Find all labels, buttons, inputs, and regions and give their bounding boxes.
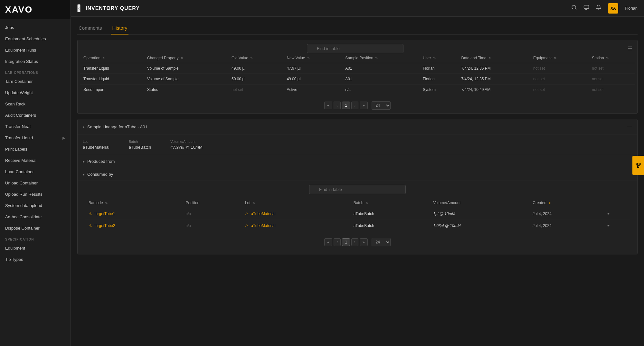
sidebar-item-transfer-liquid[interactable]: Transfer Liquid ▶ — [0, 132, 71, 143]
sidebar-item-scan-rack[interactable]: Scan Rack — [0, 98, 71, 110]
barcode-link[interactable]: targetTube1 — [94, 212, 115, 216]
sub-page-size-select[interactable]: 24 50 100 — [372, 238, 391, 246]
sub-prev-page-button[interactable]: ‹ — [334, 238, 341, 246]
search-icon[interactable] — [571, 5, 577, 12]
cell-changed-property: Volume of Sample — [144, 74, 228, 84]
page-size-select[interactable]: 24 50 100 — [372, 101, 391, 110]
produced-from-row[interactable]: ▸ Produced from — [78, 155, 637, 168]
cell-new-value: 47.97 µl — [283, 63, 342, 74]
table-row[interactable]: Transfer Liquid Volume of Sample 49.00 µ… — [80, 63, 635, 74]
sidebar-item-print-labels[interactable]: Print Labels — [0, 143, 71, 155]
back-button[interactable]: ‹ — [77, 4, 80, 12]
lineage-action-icon[interactable]: ⭑ — [607, 211, 610, 216]
history-search-input[interactable] — [307, 44, 403, 53]
sort-icon-operation: ⇅ — [102, 56, 105, 60]
sidebar-item-dispose-container[interactable]: Dispose Container — [0, 222, 71, 234]
sidebar-item-upload-run-results[interactable]: Upload Run Results — [0, 189, 71, 200]
lineage-side-panel-icon[interactable] — [632, 156, 644, 175]
chevron-right-icon: ▶ — [62, 136, 65, 140]
sidebar-item-system-data-upload[interactable]: System data upload — [0, 200, 71, 211]
list-item[interactable]: ⚠ targetTube2 n/a ⚠ aTubeMaterial aTubeB… — [85, 220, 630, 232]
table-row[interactable]: Seed Import Status not set Active n/a Sy… — [80, 84, 635, 95]
cell-equipment: not set — [530, 63, 589, 74]
last-page-button[interactable]: » — [360, 102, 368, 109]
sidebar-item-unload-container[interactable]: Unload Container — [0, 177, 71, 189]
lineage-title-area: ⭑ Sample Lineage for aTube - A01 — [83, 124, 147, 130]
lot-link[interactable]: aTubeMaterial — [251, 223, 275, 228]
minimize-icon[interactable]: — — [627, 124, 632, 130]
sidebar-item-equipment-schedules[interactable]: Equipment Schedules — [0, 33, 71, 44]
lot-link[interactable]: aTubeMaterial — [251, 212, 275, 216]
sub-col-position[interactable]: Position — [183, 198, 242, 208]
sub-col-batch[interactable]: Batch ⇅ — [350, 198, 430, 208]
lineage-action-icon[interactable]: ⭑ — [607, 223, 610, 228]
sub-page-1-button[interactable]: 1 — [342, 238, 350, 246]
col-equipment[interactable]: Equipment ⇅ — [530, 53, 589, 63]
col-old-value[interactable]: Old Value ⇅ — [228, 53, 283, 63]
sidebar-item-load-container[interactable]: Load Container — [0, 166, 71, 177]
barcode-link[interactable]: targetTube2 — [94, 223, 115, 228]
sub-last-page-button[interactable]: » — [360, 238, 368, 246]
table-row[interactable]: Transfer Liquid Volume of Sample 50.00 µ… — [80, 74, 635, 84]
next-page-button[interactable]: › — [351, 102, 358, 109]
list-item[interactable]: ⚠ targetTube1 n/a ⚠ aTubeMaterial aTubeB… — [85, 208, 630, 220]
bell-icon[interactable] — [596, 5, 601, 12]
sort-icon-batch: ⇅ — [365, 201, 368, 205]
topbar-icons: XA Florian — [571, 3, 638, 14]
sub-col-volume[interactable]: Volume/Amount — [430, 198, 529, 208]
consumed-by-row[interactable]: ▾ Consumed by — [78, 168, 637, 181]
sidebar-item-audit-containers[interactable]: Audit Containers — [0, 110, 71, 121]
batch-value: aTubeBatch — [129, 145, 151, 150]
sidebar-item-adhoc-consolidate[interactable]: Ad-hoc Consolidate — [0, 211, 71, 222]
page-1-button[interactable]: 1 — [342, 102, 350, 109]
sub-next-page-button[interactable]: › — [351, 238, 358, 246]
col-station[interactable]: Station ⇅ — [589, 53, 635, 63]
sidebar-item-integration-status[interactable]: Integration Status — [0, 56, 71, 67]
batch-column: Batch aTubeBatch — [129, 140, 151, 150]
cell-old-value: 50.00 µl — [228, 74, 283, 84]
volume-amount-value: 47.97µl @ 10mM — [170, 145, 203, 150]
table-menu-icon[interactable]: ☰ — [628, 45, 632, 52]
sidebar-item-jobs[interactable]: Jobs — [0, 22, 71, 33]
sort-icon-changed-property: ⇅ — [181, 56, 183, 60]
col-user[interactable]: User ⇅ — [420, 53, 458, 63]
monitor-icon[interactable] — [583, 5, 589, 12]
first-page-button[interactable]: « — [324, 102, 332, 109]
sidebar-item-transfer-neat[interactable]: Transfer Neat — [0, 121, 71, 132]
volume-column: Volume/Amount 47.97µl @ 10mM — [170, 140, 203, 150]
topbar: ‹ INVENTORY QUERY XA Florian — [71, 0, 644, 17]
tab-comments[interactable]: Comments — [77, 22, 103, 35]
app-logo: XAVO — [5, 5, 33, 15]
cell-date-time: 7/4/24, 10:49 AM — [458, 84, 530, 95]
sub-search-input[interactable] — [309, 185, 406, 194]
lineage-panel: ⭑ Sample Lineage for aTube - A01 — Lot a… — [77, 119, 638, 254]
sub-first-page-button[interactable]: « — [324, 238, 332, 246]
consumed-by-label: Consumed by — [87, 172, 113, 177]
lineage-icon: ⭑ — [83, 124, 85, 130]
tab-history[interactable]: History — [111, 22, 129, 35]
sub-cell-barcode: ⚠ targetTube2 — [85, 220, 183, 232]
user-avatar[interactable]: XA — [608, 3, 618, 14]
col-sample-position[interactable]: Sample Position ⇅ — [342, 53, 420, 63]
sidebar-item-equipment[interactable]: Equipment — [0, 242, 71, 254]
sub-col-actions — [604, 198, 630, 208]
sub-cell-batch: aTubeBatch — [350, 220, 430, 232]
col-operation[interactable]: Operation ⇅ — [80, 53, 144, 63]
sub-cell-lot: ⚠ aTubeMaterial — [242, 220, 350, 232]
col-date-time[interactable]: Date and Time ⇅ — [458, 53, 530, 63]
sub-col-lot[interactable]: Lot ⇅ — [242, 198, 350, 208]
sidebar-item-update-weight[interactable]: Update Weight — [0, 87, 71, 98]
prev-page-button[interactable]: ‹ — [334, 102, 341, 109]
col-changed-property[interactable]: Changed Property ⇅ — [144, 53, 228, 63]
sub-col-created[interactable]: Created ⇕ — [529, 198, 604, 208]
sidebar-item-receive-material[interactable]: Receive Material — [0, 155, 71, 166]
sidebar-item-equipment-runs[interactable]: Equipment Runs — [0, 44, 71, 56]
sidebar-item-tare-container[interactable]: Tare Container — [0, 76, 71, 87]
sub-cell-created: Jul 4, 2024 — [529, 208, 604, 220]
cell-operation: Seed Import — [80, 84, 144, 95]
spec-section-label: SPECIFICATION — [0, 234, 71, 242]
sub-col-barcode[interactable]: Barcode ⇅ — [85, 198, 183, 208]
lot-column: Lot aTubeMaterial — [83, 140, 109, 150]
col-new-value[interactable]: New Value ⇅ — [283, 53, 342, 63]
sidebar-item-tip-types[interactable]: Tip Types — [0, 254, 71, 265]
